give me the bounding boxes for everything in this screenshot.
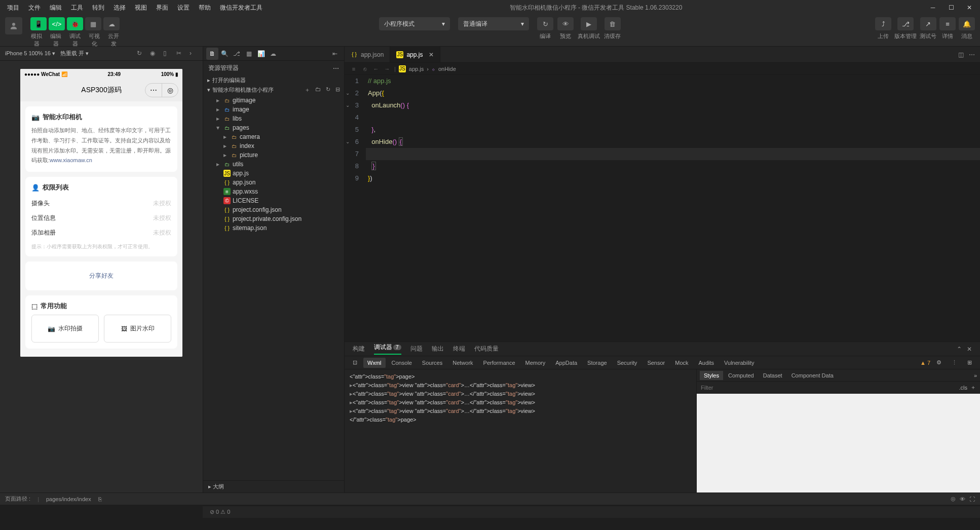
cloud-toggle[interactable]: ☁: [103, 17, 120, 30]
collapse-left-icon[interactable]: ⇤: [329, 48, 341, 60]
device-icon[interactable]: ▯: [163, 50, 171, 58]
code-editor[interactable]: 12⌄3⌄456⌄789 // app.jsApp({ onLaunch() {…: [345, 75, 980, 342]
side-tab-dataset[interactable]: Dataset: [759, 371, 786, 380]
menu-选择[interactable]: 选择: [109, 2, 130, 14]
record-icon[interactable]: ◉: [150, 50, 158, 58]
tree-item-app.json[interactable]: { }app.json: [203, 178, 344, 187]
capsule-menu[interactable]: ⋯: [145, 84, 162, 97]
menu-编辑[interactable]: 编辑: [46, 2, 66, 14]
detail-button[interactable]: ≡: [939, 17, 956, 30]
breadcrumb-file[interactable]: app.js: [409, 66, 424, 72]
split-icon[interactable]: ◫: [958, 51, 964, 58]
menu-设置[interactable]: 设置: [173, 2, 194, 14]
git-tab[interactable]: ⎇: [231, 48, 243, 60]
menu-微信开发者工具[interactable]: 微信开发者工具: [216, 2, 267, 14]
menu-转到[interactable]: 转到: [88, 2, 108, 14]
styles-filter-input[interactable]: [701, 385, 956, 391]
panel-vulnerability[interactable]: Vulnerability: [720, 358, 759, 368]
explorer-tab[interactable]: 🗎: [206, 48, 218, 60]
dt-tab-输出[interactable]: 输出: [432, 345, 444, 353]
tree-item-picture[interactable]: ▸🗀picture: [203, 150, 344, 160]
watermark-shoot-button[interactable]: 📷水印拍摄: [31, 315, 99, 343]
maximize-button[interactable]: ☐: [944, 2, 959, 14]
card-share[interactable]: 分享好友: [25, 261, 177, 290]
menu-项目[interactable]: 项目: [3, 2, 23, 14]
menu-工具[interactable]: 工具: [67, 2, 87, 14]
cls-toggle[interactable]: .cls: [959, 385, 968, 391]
new-folder-icon[interactable]: 🗀: [315, 86, 321, 94]
dt-tab-问题[interactable]: 问题: [410, 345, 423, 353]
back-icon[interactable]: ←: [372, 66, 380, 72]
tree-item-LICENSE[interactable]: ©LICENSE: [203, 196, 344, 205]
tree-item-sitemap.json[interactable]: { }sitemap.json: [203, 223, 344, 233]
panel-appdata[interactable]: AppData: [551, 358, 581, 368]
image-watermark-button[interactable]: 🖼图片水印: [104, 315, 171, 343]
tree-item-libs[interactable]: ▸🗀libs: [203, 114, 344, 123]
panel-storage[interactable]: Storage: [583, 358, 611, 368]
search-tab[interactable]: 🔍: [218, 48, 231, 60]
debugger-toggle[interactable]: 🐞: [67, 17, 83, 30]
cloud-tab[interactable]: ☁: [267, 48, 279, 60]
tree-item-app.wxss[interactable]: ≡app.wxss: [203, 187, 344, 196]
wxml-tree[interactable]: <"attr">class="tag">page> ▸<"attr">class…: [345, 369, 696, 493]
element-picker[interactable]: ⊡: [349, 357, 361, 368]
panel-mock[interactable]: Mock: [671, 358, 692, 368]
add-style-button[interactable]: ＋: [970, 384, 976, 391]
menu-视图[interactable]: 视图: [131, 2, 151, 14]
list-icon[interactable]: ≡: [350, 66, 358, 72]
panel-sensor[interactable]: Sensor: [643, 358, 669, 368]
eye-icon[interactable]: 👁: [960, 496, 965, 502]
tree-item-pages[interactable]: ▾🗀pages: [203, 123, 344, 132]
tab-app.json[interactable]: { }app.json: [345, 47, 390, 62]
more-icon[interactable]: ⋯: [333, 65, 339, 72]
side-tab-component data[interactable]: Component Data: [787, 371, 838, 380]
panel-security[interactable]: Security: [613, 358, 642, 368]
hotreload-toggle[interactable]: 热重载 开 ▾: [60, 50, 89, 57]
tab-app.js[interactable]: JSapp.js✕: [390, 47, 440, 62]
version-button[interactable]: ⎇: [897, 17, 914, 30]
tree-item-image[interactable]: ▸🗀image: [203, 105, 344, 114]
dt-action-icon[interactable]: ⋮: [948, 357, 961, 368]
panel-network[interactable]: Network: [448, 358, 477, 368]
page-path[interactable]: pages/index/index: [46, 496, 91, 502]
panel-console[interactable]: Console: [388, 358, 416, 368]
more-icon[interactable]: ⋯: [969, 51, 975, 58]
side-tab-styles[interactable]: Styles: [700, 371, 723, 380]
refresh-icon[interactable]: ↻: [326, 86, 330, 94]
close-icon[interactable]: ✕: [429, 51, 434, 58]
close-icon[interactable]: ✕: [967, 346, 972, 353]
simulator-toggle[interactable]: 📱: [30, 17, 47, 30]
expand-icon[interactable]: ⛶: [969, 496, 975, 502]
compile-select[interactable]: 普通编译▾: [458, 17, 529, 30]
panel-memory[interactable]: Memory: [521, 358, 550, 368]
collapse-icon[interactable]: ⊟: [335, 86, 340, 94]
tree-item-camera[interactable]: ▸🗀camera: [203, 132, 344, 141]
tree-item-index[interactable]: ▸🗀index: [203, 141, 344, 150]
ext-tab[interactable]: ▦: [243, 48, 255, 60]
preview-button[interactable]: 👁: [557, 17, 574, 30]
more-icon[interactable]: »: [974, 372, 977, 378]
testno-button[interactable]: ↗: [920, 17, 936, 30]
dt-action-icon[interactable]: ⚙: [932, 357, 946, 368]
tree-item-gitimage[interactable]: ▸🗀gitimage: [203, 96, 344, 105]
mode-select[interactable]: 小程序模式▾: [379, 17, 450, 30]
target-icon[interactable]: ◎: [951, 496, 956, 502]
outline-section[interactable]: 大纲: [213, 483, 224, 489]
remote-debug-button[interactable]: ▶: [581, 17, 597, 30]
panel-audits[interactable]: Audits: [695, 358, 719, 368]
dt-tab-构建[interactable]: 构建: [353, 345, 365, 353]
capsule-close[interactable]: ◎: [162, 84, 178, 97]
dt-tab-调试器[interactable]: 调试器7: [374, 343, 401, 355]
chevron-up-icon[interactable]: ⌃: [957, 346, 962, 353]
side-tab-computed[interactable]: Computed: [724, 371, 758, 380]
source-link[interactable]: www.xiaomaw.cn: [50, 157, 92, 163]
more-icon[interactable]: ›: [190, 50, 198, 58]
device-select[interactable]: iPhone 5 100% 16 ▾: [5, 50, 55, 57]
close-button[interactable]: ✕: [962, 2, 977, 14]
tree-item-utils[interactable]: ▸🗀utils: [203, 160, 344, 169]
open-editors-section[interactable]: 打开的编辑器: [212, 77, 246, 84]
new-file-icon[interactable]: ＋: [305, 86, 310, 94]
avatar[interactable]: [5, 17, 22, 34]
copy-icon[interactable]: ⎘: [98, 496, 102, 502]
panel-performance[interactable]: Performance: [479, 358, 519, 368]
